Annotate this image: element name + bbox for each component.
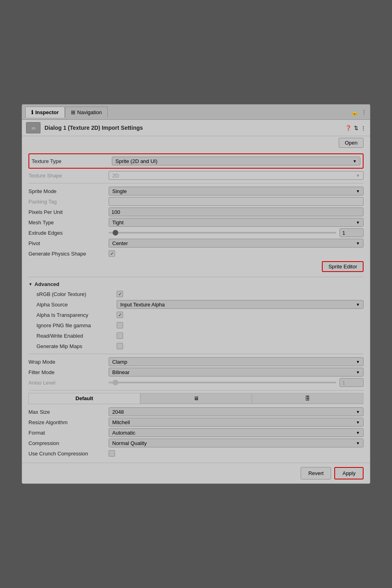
divider-4: [28, 390, 364, 391]
pixels-per-unit-input[interactable]: [109, 207, 364, 216]
filter-mode-label: Filter Mode: [28, 369, 109, 375]
extrude-edges-label: Extrude Edges: [28, 230, 109, 236]
more-icon[interactable]: ⋮: [361, 109, 367, 115]
use-crunch-compression-value: [109, 450, 364, 457]
chevron-down-icon: ▼: [356, 220, 360, 225]
tab-inspector[interactable]: ℹ Inspector: [25, 107, 65, 118]
chevron-down-icon: ▼: [356, 360, 360, 364]
open-button[interactable]: Open: [339, 138, 364, 148]
texture-type-label: Texture Type: [32, 158, 112, 164]
generate-mip-maps-value: [117, 343, 364, 349]
wrap-mode-row: Wrap Mode Clamp ▼: [28, 356, 364, 367]
resize-algorithm-selected: Mitchell: [112, 419, 130, 425]
format-selected: Automatic: [112, 430, 135, 436]
chevron-down-icon: ▼: [356, 441, 360, 445]
window-title: Dialog 1 (Texture 2D) Import Settings: [44, 125, 341, 131]
compression-row: Compression Normal Quality ▼: [28, 438, 364, 448]
ignore-png-gamma-checkbox[interactable]: [117, 322, 123, 328]
chevron-down-icon: ▼: [356, 189, 360, 193]
extrude-edges-thumb[interactable]: [113, 230, 118, 236]
revert-button[interactable]: Revert: [301, 467, 331, 479]
divider-1: [28, 183, 364, 183]
chevron-down-icon: ▼: [356, 241, 360, 246]
compression-label: Compression: [28, 440, 109, 446]
texture-shape-value: 2D ▼: [109, 171, 364, 180]
resize-algorithm-row: Resize Algorithm Mitchell ▼: [28, 417, 364, 427]
packing-tag-row: Packing Tag: [28, 196, 364, 207]
texture-type-row: Texture Type Sprite (2D and UI) ▼: [32, 156, 360, 166]
sprite-mode-row: Sprite Mode Single ▼: [28, 186, 364, 196]
format-row: Format Automatic ▼: [28, 427, 364, 438]
compression-value: Normal Quality ▼: [109, 439, 364, 447]
wrap-mode-dropdown[interactable]: Clamp ▼: [109, 357, 364, 366]
alpha-is-transparency-checkbox[interactable]: [117, 312, 123, 318]
platform-tab-mobile[interactable]: 🗄: [252, 393, 364, 404]
sprite-editor-button[interactable]: Sprite Editor: [322, 261, 364, 272]
pixels-per-unit-label: Pixels Per Unit: [28, 209, 109, 215]
resize-algorithm-value: Mitchell ▼: [109, 418, 364, 427]
extrude-edges-input[interactable]: [339, 228, 364, 237]
packing-tag-value: [109, 197, 364, 206]
lock-icon[interactable]: 🔒: [351, 109, 358, 115]
resize-algorithm-dropdown[interactable]: Mitchell ▼: [109, 418, 364, 427]
tab-navigation[interactable]: ⊞ Navigation: [65, 107, 108, 118]
resize-algorithm-label: Resize Algorithm: [28, 419, 109, 425]
mesh-type-dropdown[interactable]: Tight ▼: [109, 218, 364, 227]
chevron-down-icon: ▼: [356, 370, 360, 375]
help-icon[interactable]: ❓: [345, 125, 352, 131]
aniso-level-slider-row: [109, 378, 364, 387]
read-write-enabled-checkbox[interactable]: [117, 332, 123, 339]
packing-tag-input[interactable]: [109, 197, 364, 206]
info-icon: ℹ: [31, 109, 33, 115]
more-options-icon[interactable]: ⋮: [361, 125, 366, 131]
ignore-png-gamma-value: [117, 322, 364, 328]
navigation-icon: ⊞: [71, 109, 75, 115]
aniso-level-input: [339, 378, 364, 387]
texture-type-dropdown[interactable]: Sprite (2D and UI) ▼: [112, 157, 360, 165]
tab-navigation-label: Navigation: [77, 109, 102, 115]
texture-shape-dropdown: 2D ▼: [109, 171, 364, 180]
sprite-mode-value: Single ▼: [109, 187, 364, 195]
apply-button[interactable]: Apply: [334, 467, 364, 479]
extrude-edges-slider-row: [109, 228, 364, 237]
advanced-section-header[interactable]: ▼ Advanced: [28, 280, 364, 289]
max-size-label: Max Size: [28, 409, 109, 415]
sprite-editor-row: Sprite Editor: [28, 259, 364, 274]
chevron-down-icon: ▼: [356, 410, 360, 414]
texture-type-value: Sprite (2D and UI) ▼: [112, 157, 360, 165]
sprite-mode-dropdown[interactable]: Single ▼: [109, 187, 364, 195]
alpha-source-selected: Input Texture Alpha: [120, 302, 165, 308]
extrude-edges-track: [109, 232, 336, 234]
srgb-label: sRGB (Color Texture): [36, 291, 117, 297]
use-crunch-compression-checkbox[interactable]: [109, 450, 115, 457]
alpha-source-dropdown[interactable]: Input Texture Alpha ▼: [117, 300, 364, 309]
generate-physics-shape-checkbox[interactable]: [109, 250, 115, 257]
generate-physics-shape-label: Generate Physics Shape: [28, 251, 109, 257]
srgb-checkbox[interactable]: [117, 291, 123, 297]
chevron-down-icon: ▼: [356, 431, 360, 435]
settings-icon[interactable]: ⇅: [354, 125, 358, 131]
compression-dropdown[interactable]: Normal Quality ▼: [109, 439, 364, 447]
mesh-type-selected: Tight: [112, 219, 123, 226]
mesh-type-value: Tight ▼: [109, 218, 364, 227]
advanced-content: sRGB (Color Texture) Alpha Source Input …: [28, 289, 364, 351]
chevron-down-icon: ▼: [353, 159, 357, 163]
pivot-dropdown[interactable]: Center ▼: [109, 239, 364, 248]
filter-mode-dropdown[interactable]: Bilinear ▼: [109, 368, 364, 377]
generate-mip-maps-checkbox[interactable]: [117, 343, 123, 349]
aniso-level-row: Aniso Level: [28, 377, 364, 388]
platform-tab-default[interactable]: Default: [28, 393, 140, 404]
platform-tab-desktop[interactable]: 🖥: [140, 393, 252, 404]
filter-mode-value: Bilinear ▼: [109, 368, 364, 377]
aniso-level-thumb: [113, 380, 118, 385]
generate-mip-maps-row: Generate Mip Maps: [36, 341, 364, 351]
aniso-level-track: [109, 382, 336, 383]
generate-mip-maps-label: Generate Mip Maps: [36, 343, 117, 349]
filter-mode-selected: Bilinear: [112, 369, 129, 375]
generate-physics-shape-value: [109, 250, 364, 257]
chevron-down-icon: ▼: [356, 420, 360, 425]
format-dropdown[interactable]: Automatic ▼: [109, 428, 364, 437]
format-label: Format: [28, 430, 109, 436]
max-size-dropdown[interactable]: 2048 ▼: [109, 407, 364, 416]
read-write-enabled-label: Read/Write Enabled: [36, 333, 117, 339]
